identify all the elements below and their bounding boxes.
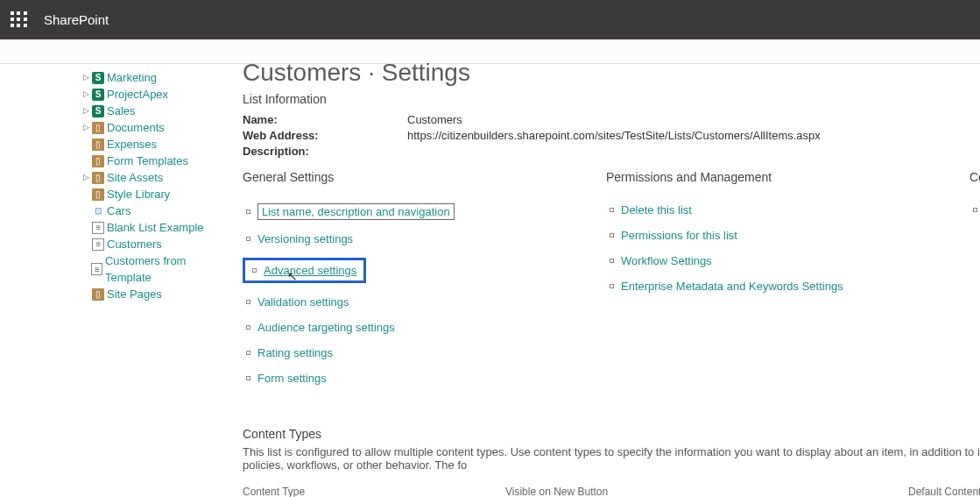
list-icon: ≡: [91, 263, 102, 275]
rating-link[interactable]: Rating settings: [246, 346, 606, 359]
versioning-link[interactable]: Versioning settings: [246, 232, 606, 245]
nav-form-templates[interactable]: ▯Form Templates: [83, 153, 223, 169]
expand-icon[interactable]: ▷: [83, 169, 92, 186]
expand-icon[interactable]: ▷: [83, 119, 92, 136]
quick-launch-sidebar: ▷SMarketing ▷SProjectApex ▷SSales ▷▯Docu…: [0, 64, 223, 497]
nav-style-library[interactable]: ▯Style Library: [83, 186, 223, 202]
nav-sales[interactable]: ▷SSales: [83, 103, 223, 119]
permissions-heading: Permissions and Management: [606, 170, 969, 184]
nav-cars[interactable]: ⊡Cars: [83, 202, 223, 219]
ct-col-default: Default Content Ty: [908, 482, 980, 497]
ct-col-name: Content Type: [243, 482, 505, 497]
library-icon: ▯: [92, 138, 104, 151]
advanced-settings-link[interactable]: Advanced settings ↖: [243, 258, 366, 283]
list-icon: ≡: [92, 238, 104, 251]
general-settings-heading: General Settings: [243, 170, 606, 184]
form-settings-link[interactable]: Form settings: [246, 372, 606, 385]
permissions-column: Permissions and Management Delete this l…: [606, 170, 969, 397]
main-content: Customers · Settings List Information Na…: [223, 64, 980, 497]
nav-customers-template[interactable]: ≡Customers from Template: [83, 252, 223, 286]
bullet-icon: [252, 268, 257, 273]
content-types-heading: Content Types: [243, 427, 980, 441]
content-types-section: Content Types This list is configured to…: [243, 427, 980, 497]
library-icon: ▯: [92, 122, 104, 134]
library-icon: ▯: [92, 288, 104, 301]
audience-targeting-link[interactable]: Audience targeting settings: [246, 321, 606, 334]
web-address-label: Web Address:: [243, 129, 407, 142]
name-value: Customers: [407, 113, 462, 126]
communications-column: Comm RSS: [969, 170, 980, 397]
rss-link[interactable]: RSS: [973, 203, 980, 217]
general-settings-column: General Settings List name, description …: [243, 170, 606, 397]
bullet-icon: [610, 208, 614, 212]
site-icon: S: [92, 72, 104, 84]
nav-documents[interactable]: ▷▯Documents: [83, 119, 223, 136]
name-label: Name:: [243, 113, 407, 126]
expand-icon[interactable]: ▷: [83, 69, 92, 86]
nav-site-pages[interactable]: ▯Site Pages: [83, 286, 223, 302]
nav-marketing[interactable]: ▷SMarketing: [83, 69, 223, 86]
description-label: Description:: [243, 145, 407, 158]
list-icon: ≡: [92, 222, 104, 234]
bullet-icon: [610, 233, 614, 238]
site-icon: S: [92, 89, 104, 101]
permissions-list-link[interactable]: Permissions for this list: [610, 229, 969, 242]
ct-col-visible: Visible on New Button: [505, 482, 908, 497]
bullet-icon: [610, 284, 614, 288]
enterprise-metadata-link[interactable]: Enterprise Metadata and Keywords Setting…: [610, 280, 969, 293]
brand-label: SharePoint: [44, 12, 109, 27]
library-icon: ▯: [92, 155, 104, 167]
bullet-icon: [610, 259, 614, 263]
list-information-heading: List Information: [243, 92, 980, 106]
list-name-link[interactable]: List name, description and navigation: [246, 203, 606, 220]
nav-expenses[interactable]: ▯Expenses: [83, 136, 223, 153]
site-icon: S: [92, 105, 104, 117]
nav-customers[interactable]: ≡Customers: [83, 236, 223, 252]
bullet-icon: [246, 325, 250, 330]
bullet-icon: [246, 376, 250, 380]
bullet-icon: [973, 208, 977, 212]
content-types-desc: This list is configured to allow multipl…: [243, 445, 980, 472]
library-icon: ▯: [92, 172, 104, 184]
web-address-value: https://citizenbuilders.sharepoint.com/s…: [407, 129, 821, 142]
communications-heading: Comm: [969, 170, 980, 184]
expand-icon[interactable]: ▷: [83, 103, 92, 119]
nav-projectapex[interactable]: ▷SProjectApex: [83, 86, 223, 103]
content-types-table: Content Type Visible on New Button Defau…: [243, 482, 980, 497]
picture-icon: ⊡: [92, 205, 104, 217]
nav-blank-list[interactable]: ≡Blank List Example: [83, 219, 223, 236]
library-icon: ▯: [92, 188, 104, 201]
bullet-icon: [246, 300, 250, 304]
workflow-link[interactable]: Workflow Settings: [610, 254, 969, 267]
delete-list-link[interactable]: Delete this list: [610, 203, 969, 217]
bullet-icon: [246, 351, 250, 355]
sharepoint-top-bar: SharePoint: [0, 0, 980, 39]
bullet-icon: [246, 209, 250, 214]
validation-link[interactable]: Validation settings: [246, 295, 606, 309]
app-launcher-icon[interactable]: [11, 11, 28, 29]
nav-site-assets[interactable]: ▷▯Site Assets: [83, 169, 223, 186]
bullet-icon: [246, 237, 250, 241]
page-title: Customers · Settings: [243, 59, 980, 87]
expand-icon[interactable]: ▷: [83, 86, 92, 103]
